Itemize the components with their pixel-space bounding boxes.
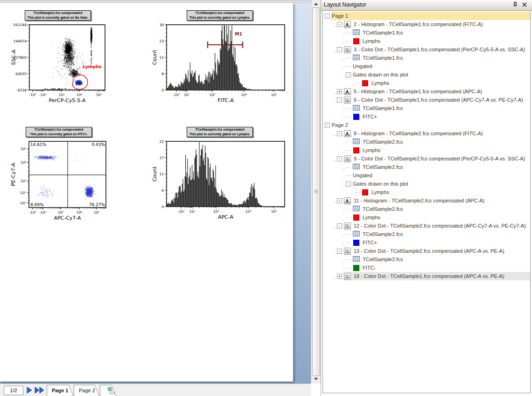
tree-guide <box>346 141 351 142</box>
collapse-icon[interactable]: - <box>346 181 351 187</box>
collapse-icon[interactable]: - <box>337 198 342 203</box>
plot-text: 10³ <box>59 93 65 97</box>
tree-item[interactable]: Ungated <box>323 171 530 180</box>
collapse-icon[interactable]: - <box>337 22 342 27</box>
tree-item[interactable]: +18 - Color Dot - TCellSample1.fcs compe… <box>323 272 530 280</box>
tree-item[interactable]: -Page 1 <box>323 12 530 20</box>
plot-text: 11 <box>159 172 164 176</box>
collapse-icon[interactable]: - <box>337 47 342 52</box>
plot-object-2[interactable]: -10¹10²10³10⁴10⁵30231580FITC-ACountM1 <box>152 23 285 104</box>
collapse-icon[interactable]: - <box>346 72 351 77</box>
scroll-up-icon[interactable] <box>314 3 318 5</box>
gate-color-swatch <box>353 265 359 271</box>
color-dot-plot-icon <box>344 97 351 104</box>
tree-item[interactable]: FITC+ <box>323 112 530 121</box>
tab-page-2[interactable]: Page 2 <box>74 385 100 396</box>
collapse-icon[interactable]: - <box>337 97 342 103</box>
splitter-scrollbar[interactable] <box>311 0 322 383</box>
gate-color-swatch <box>353 38 359 44</box>
collapse-icon[interactable]: - <box>337 156 342 161</box>
plot-text: -10² <box>177 209 184 214</box>
layout-page[interactable]: -10³-10²10³10⁴10⁵26214419497412780560635… <box>0 3 293 382</box>
plot-title-box[interactable]: TCellSample1.fcs compensated This plot i… <box>187 10 253 21</box>
plot-text: FITC-A <box>217 97 234 104</box>
collapse-icon[interactable]: - <box>337 223 342 229</box>
tab-page-1[interactable]: Page 1 <box>47 385 74 396</box>
tree-guide <box>334 89 336 94</box>
tree-item[interactable]: -Gates drawn on this plot <box>323 70 530 79</box>
close-icon[interactable] <box>521 1 529 9</box>
tree-guide <box>343 106 345 111</box>
tree-item[interactable]: TCellSample2.fcs <box>323 230 530 238</box>
pin-icon[interactable] <box>512 1 519 9</box>
tree-item[interactable]: -3 - Color Dot - TCellSample1.fcs compen… <box>323 45 530 54</box>
tree-item[interactable]: FITC+ <box>323 238 530 247</box>
plot-text: 10⁵ <box>271 209 277 214</box>
splitter-handle[interactable] <box>312 7 320 376</box>
gate-color-swatch <box>353 114 359 120</box>
tree-guide <box>343 181 345 186</box>
plot-text: SSC-A <box>11 49 17 65</box>
tree-item[interactable]: +5 - Histogram - TCellSample1.fcs compen… <box>323 87 530 96</box>
histogram-plot-icon <box>344 21 351 28</box>
plot-title-line2: This plot is currently gated on FITC+. <box>26 132 91 137</box>
tree-item[interactable]: Lymphs <box>323 79 530 87</box>
page-indicator[interactable]: 1/2 <box>4 386 23 395</box>
plot-text: -10² <box>19 191 26 195</box>
new-page-icon <box>108 387 115 395</box>
tree-item[interactable]: -8 - Histogram - TCellSample2.fcs compen… <box>323 129 530 138</box>
next-page-icon[interactable] <box>26 386 33 394</box>
tree-item[interactable]: TCellSample2.fcs <box>323 138 530 146</box>
plot-text: 23 <box>159 39 164 43</box>
plot-title-box[interactable]: TCellSample1.fcs compensated This plot i… <box>25 10 91 21</box>
plot-title-box[interactable]: TCellSample1.fcs compensated This plot i… <box>187 127 253 137</box>
collapse-icon[interactable]: - <box>337 131 342 136</box>
tree-item-label: 5 - Histogram - TCellSample1.fcs compens… <box>353 89 482 94</box>
tree-guide <box>343 64 345 69</box>
tree-item[interactable]: TCellSample1.fcs <box>323 54 530 62</box>
plot-title-box[interactable]: TCellSample1.fcs compensated This plot i… <box>26 127 92 137</box>
tree-item[interactable]: -Gates drawn on this plot <box>323 180 530 188</box>
plot-object-1[interactable]: -10³-10²10³10⁴10⁵26214419497412780560635… <box>11 23 105 104</box>
tree-item[interactable]: Lymphs <box>323 37 530 45</box>
expand-icon[interactable]: + <box>337 274 342 279</box>
collapse-icon[interactable]: - <box>325 14 330 19</box>
tree-item[interactable]: Lymphs <box>323 146 530 154</box>
tree-item[interactable]: -Page 2 <box>323 121 530 129</box>
gate-color-swatch <box>353 147 359 153</box>
scroll-down-icon[interactable] <box>314 378 318 380</box>
tree-item[interactable]: TCellSample2.fcs <box>323 255 530 264</box>
tree-guide <box>334 47 336 52</box>
tree-item[interactable]: TCellSample2.fcs <box>323 205 530 213</box>
tree-item[interactable]: -11 - Histogram - TCellSample2.fcs compe… <box>323 196 530 205</box>
tree-item-label: Lymphs <box>362 38 380 44</box>
tree-item[interactable]: TCellSample1.fcs <box>323 104 530 112</box>
tree-item[interactable]: Ungated <box>323 62 530 70</box>
plot-text: APC-A <box>218 214 234 220</box>
plot-object-3[interactable]: 14.61%0.43%8.69%76.27%-10³-10²10³10⁴10⁵1… <box>10 141 106 221</box>
tree-item[interactable]: -2 - Histogram - TCellSample1.fcs compen… <box>323 20 530 28</box>
plot-object-4[interactable]: -10²10²10³10⁴10⁵22171160APC-ACount <box>152 139 285 220</box>
tree-item[interactable]: -12 - Color Dot - TCellSample2.fcs compe… <box>323 222 530 230</box>
tree-item[interactable]: FITC- <box>323 264 530 272</box>
expand-icon[interactable]: + <box>337 89 342 94</box>
tree-item-label: TCellSample1.fcs <box>362 105 403 111</box>
tree-guide <box>351 190 354 195</box>
tree-item[interactable]: -6 - Color Dot - TCellSample1.fcs compen… <box>323 96 530 104</box>
tree-item[interactable]: -9 - Color Dot - TCellSample2.fcs compen… <box>323 154 530 163</box>
tree-item[interactable]: TCellSample2.fcs <box>323 163 530 171</box>
tree-item[interactable]: Lymphs <box>323 213 530 222</box>
tree-item[interactable]: TCellSample1.fcs <box>323 28 530 37</box>
tree-guide <box>346 208 351 209</box>
datasheet-icon <box>353 205 360 213</box>
layout-tree[interactable]: -Page 1-2 - Histogram - TCellSample1.fcs… <box>322 10 531 393</box>
marker-label: M1 <box>235 31 242 36</box>
tree-item[interactable]: -13 - Color Dot - TCellSample2.fcs compe… <box>323 247 530 255</box>
new-page-tab[interactable] <box>100 385 117 396</box>
collapse-icon[interactable]: - <box>337 249 342 254</box>
page-tab-bar: 1/2 Page 1 Page 2 <box>0 383 311 396</box>
plot-text: APC-Cy7-A <box>54 215 81 221</box>
tree-item[interactable]: Lymphs <box>323 188 530 196</box>
collapse-icon[interactable]: - <box>325 123 330 128</box>
last-page-icon[interactable] <box>35 386 45 394</box>
